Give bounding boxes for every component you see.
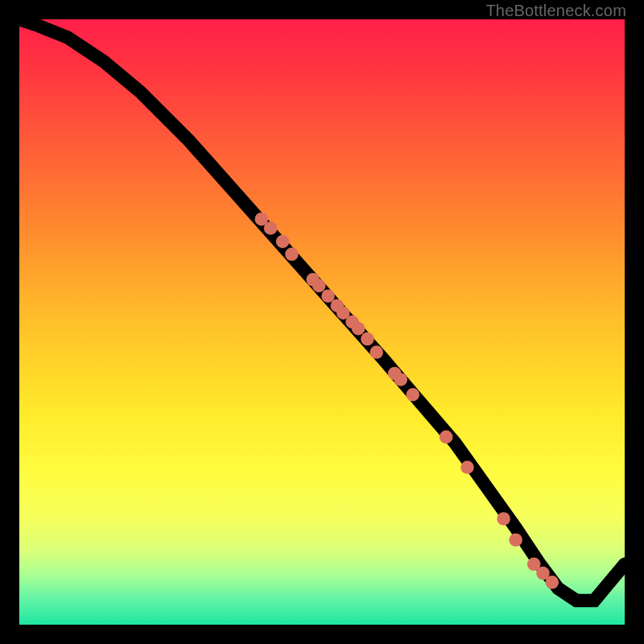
svg-point-1: [264, 221, 278, 235]
svg-point-17: [460, 460, 474, 474]
svg-point-14: [394, 373, 407, 386]
svg-point-6: [321, 289, 335, 303]
svg-point-15: [407, 388, 420, 402]
svg-point-18: [497, 512, 510, 526]
svg-point-22: [545, 576, 559, 589]
svg-point-10: [352, 322, 365, 336]
bottleneck-curve: [19, 19, 625, 625]
attribution-label: TheBottleneck.com: [485, 2, 626, 20]
svg-point-2: [276, 235, 290, 249]
chart-plot-area: [19, 19, 625, 625]
svg-point-11: [361, 332, 374, 346]
svg-point-3: [285, 248, 299, 262]
svg-point-5: [312, 279, 326, 293]
svg-point-16: [440, 431, 453, 444]
svg-point-12: [369, 345, 383, 359]
svg-point-19: [509, 533, 522, 547]
